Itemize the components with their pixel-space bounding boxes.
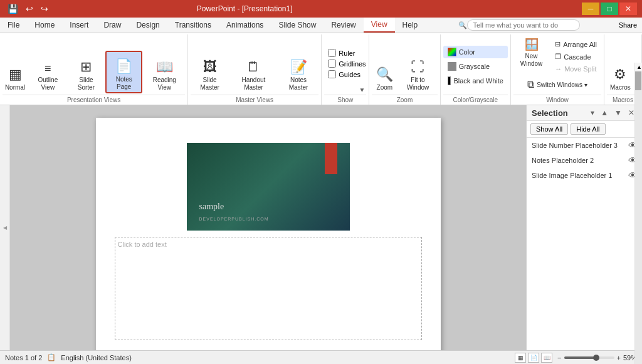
group-label-show: Show bbox=[324, 95, 366, 105]
zoom-items: 🔍 Zoom ⛶ Fit to Window bbox=[372, 36, 437, 93]
tab-help[interactable]: Help bbox=[395, 18, 426, 33]
panel-items-list: Slide Number Placeholder 3 👁 Notes Place… bbox=[527, 138, 642, 350]
quick-access-toolbar: 💾 ↩ ↪ PowerPoint - [Presentation1] ─ □ ✕ bbox=[0, 0, 642, 18]
move-split-button[interactable]: ↔Move Split bbox=[550, 63, 601, 75]
switch-windows-icon: ⧉ bbox=[527, 79, 534, 90]
undo-button[interactable]: ↩ bbox=[23, 3, 36, 15]
slide-master-icon: 🖼 bbox=[203, 59, 217, 75]
handout-master-icon: 🗒 bbox=[246, 59, 260, 75]
macros-button[interactable]: ⚙ Macros bbox=[607, 51, 634, 93]
color-swatch bbox=[448, 48, 456, 56]
group-color-grayscale: Color Grayscale Black and White Color/Gr… bbox=[441, 34, 511, 105]
group-label-window: Window bbox=[513, 95, 601, 105]
ruler-checkbox-label[interactable]: Ruler bbox=[325, 48, 365, 58]
new-window-button[interactable]: 🪟 New Window bbox=[513, 38, 549, 70]
tab-review[interactable]: Review bbox=[324, 18, 363, 33]
item-2-label: Notes Placeholder 2 bbox=[532, 157, 594, 164]
panel-scroll-down[interactable]: ▼ bbox=[612, 108, 624, 118]
status-right: ▦ 📄 📖 − + 59% bbox=[515, 353, 637, 363]
grayscale-swatch bbox=[448, 62, 456, 71]
slide-thumbnail[interactable]: sample DEVELOPERPUBLISH.COM bbox=[187, 143, 350, 231]
search-input[interactable] bbox=[467, 19, 580, 31]
reading-icon: 📖 bbox=[156, 59, 173, 75]
panel-collapse-button[interactable]: ▾ bbox=[588, 108, 597, 118]
zoom-slider[interactable] bbox=[564, 356, 614, 359]
tab-animations[interactable]: Animations bbox=[219, 18, 271, 33]
tab-view[interactable]: View bbox=[364, 18, 395, 33]
group-label-color: Color/Grayscale bbox=[443, 95, 508, 105]
group-label-master-views: Master Views bbox=[191, 95, 318, 105]
notes-info: Notes 1 of 2 bbox=[5, 354, 42, 361]
notes-page-icon: 📄 bbox=[115, 58, 132, 75]
reading-view-icon[interactable]: 📖 bbox=[541, 353, 552, 363]
slide-sorter-button[interactable]: ⊞ Slide Sorter bbox=[68, 51, 104, 93]
switch-windows-button[interactable]: ⧉ Switch Windows ▾ bbox=[524, 76, 591, 93]
normal-icon: ▦ bbox=[9, 66, 22, 83]
redo-button[interactable]: ↪ bbox=[38, 3, 51, 15]
tab-slideshow[interactable]: Slide Show bbox=[271, 18, 324, 33]
group-show: Ruler Gridlines Guides ▼ Show bbox=[322, 34, 369, 105]
bw-swatch bbox=[448, 76, 451, 85]
slide-title: sample bbox=[199, 202, 224, 212]
normal-view-icon[interactable]: ▦ bbox=[515, 353, 526, 363]
zoom-handle[interactable] bbox=[593, 355, 599, 361]
slide-master-button[interactable]: 🖼 Slide Master bbox=[191, 51, 229, 93]
fit-to-window-button[interactable]: ⛶ Fit to Window bbox=[398, 51, 437, 93]
new-window-icon: 🪟 bbox=[525, 38, 539, 51]
panel-item-3[interactable]: Slide Image Placeholder 1 👁 bbox=[527, 168, 642, 183]
share-button[interactable]: Share bbox=[619, 21, 637, 29]
grayscale-button[interactable]: Grayscale bbox=[443, 60, 508, 73]
black-white-button[interactable]: Black and White bbox=[443, 75, 508, 87]
tab-insert[interactable]: Insert bbox=[62, 18, 96, 33]
guides-checkbox-label[interactable]: Guides bbox=[325, 70, 365, 79]
window-controls: ─ □ ✕ bbox=[582, 3, 637, 15]
notes-page-button[interactable]: 📄 Notes Page bbox=[105, 51, 142, 93]
close-button[interactable]: ✕ bbox=[619, 3, 637, 15]
language: English (United States) bbox=[61, 354, 132, 361]
save-button[interactable]: 💾 bbox=[5, 3, 21, 15]
app-title: PowerPoint - [Presentation1] bbox=[197, 4, 293, 13]
notes-master-icon: 📝 bbox=[290, 59, 307, 75]
minimize-button[interactable]: ─ bbox=[582, 3, 599, 15]
maximize-button[interactable]: □ bbox=[601, 3, 618, 15]
panel-item-2[interactable]: Notes Placeholder 2 👁 bbox=[527, 153, 642, 168]
normal-view-button[interactable]: ▦ Normal bbox=[3, 51, 28, 93]
tab-file[interactable]: File bbox=[0, 18, 27, 33]
status-bar: Notes 1 of 2 📋 English (United States) ▦… bbox=[0, 350, 642, 364]
main-area: sample DEVELOPERPUBLISH.COM Click to add… bbox=[0, 105, 642, 350]
panel-header: Selection ▾ ▲ ▼ ✕ bbox=[527, 105, 642, 121]
outline-icon: ≡ bbox=[45, 62, 51, 75]
reading-view-button[interactable]: 📖 Reading View bbox=[144, 51, 185, 93]
notes-view-icon[interactable]: 📄 bbox=[528, 353, 539, 363]
group-presentation-views: ▦ Normal ≡ Outline View ⊞ Slide Sorter 📄… bbox=[0, 34, 188, 105]
panel-item-1[interactable]: Slide Number Placeholder 3 👁 bbox=[527, 138, 642, 153]
show-dialog-button[interactable]: ▼ bbox=[359, 86, 365, 93]
show-all-button[interactable]: Show All bbox=[530, 123, 568, 135]
outline-view-button[interactable]: ≡ Outline View bbox=[29, 51, 67, 93]
group-window: 🪟 New Window ⊟Arrange All ❐Cascade ↔Move… bbox=[511, 34, 604, 105]
canvas-area: sample DEVELOPERPUBLISH.COM Click to add… bbox=[10, 105, 526, 350]
gridlines-checkbox[interactable] bbox=[328, 60, 336, 68]
tab-draw[interactable]: Draw bbox=[96, 18, 129, 33]
group-master-views: 🖼 Slide Master 🗒 Handout Master 📝 Notes … bbox=[188, 34, 322, 105]
cascade-button[interactable]: ❐Cascade bbox=[550, 51, 601, 63]
notes-text-area[interactable]: Click to add text bbox=[115, 237, 422, 340]
ruler-checkbox[interactable] bbox=[328, 49, 336, 57]
guides-checkbox[interactable] bbox=[328, 70, 336, 78]
arrange-all-button[interactable]: ⊟Arrange All bbox=[550, 38, 601, 50]
notes-placeholder: Click to add text bbox=[118, 241, 167, 248]
tab-transitions[interactable]: Transitions bbox=[167, 18, 219, 33]
zoom-button[interactable]: 🔍 Zoom bbox=[372, 51, 397, 93]
left-panel-handle[interactable] bbox=[0, 105, 10, 350]
tab-design[interactable]: Design bbox=[129, 18, 167, 33]
zoom-out-button[interactable]: − bbox=[557, 354, 561, 361]
panel-scroll-up[interactable]: ▲ bbox=[598, 108, 611, 118]
tab-home[interactable]: Home bbox=[27, 18, 62, 33]
handout-master-button[interactable]: 🗒 Handout Master bbox=[230, 51, 277, 93]
color-button[interactable]: Color bbox=[443, 46, 508, 58]
panel-header-controls: ▾ ▲ ▼ ✕ bbox=[588, 108, 637, 118]
hide-all-button[interactable]: Hide All bbox=[571, 123, 605, 135]
zoom-in-button[interactable]: + bbox=[617, 354, 621, 361]
gridlines-checkbox-label[interactable]: Gridlines bbox=[325, 59, 365, 68]
notes-master-button[interactable]: 📝 Notes Master bbox=[278, 51, 318, 93]
